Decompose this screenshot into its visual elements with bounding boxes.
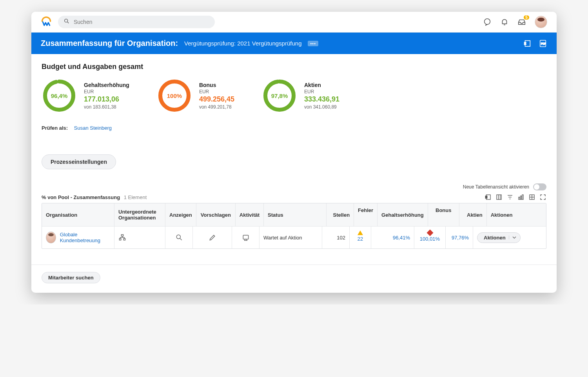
donut-bonus-label: 100% <box>157 78 192 113</box>
budget-card-raise: 96,4% Gehaltserhöhung EUR 177.013,06 von… <box>42 78 129 113</box>
svg-rect-26 <box>122 235 123 236</box>
section-title: Budget und Ausgaben gesamt <box>42 63 546 71</box>
budget-card-stock: 97,8% Aktien EUR 333.436,91 von 341.060,… <box>262 78 339 113</box>
donut-raise-label: 96,4% <box>42 78 77 113</box>
review-as-user-link[interactable]: Susan Steinberg <box>74 125 112 131</box>
export-table-excel-icon[interactable] <box>485 194 492 201</box>
page-title: Zusammenfassung für Organisation: <box>41 39 178 48</box>
table-row: Globale Kundenbetreuung Wartet auf Aktio… <box>42 226 546 248</box>
th-suggest[interactable]: Vorschlagen <box>196 203 236 226</box>
svg-point-29 <box>176 235 180 239</box>
th-suborgs[interactable]: Untergeordnete Organisationen <box>114 203 165 226</box>
fullscreen-icon[interactable] <box>539 194 546 201</box>
svg-point-2 <box>485 19 490 25</box>
th-view[interactable]: Anzeigen <box>165 203 196 226</box>
budget-stock-amount: 333.436,91 <box>304 95 339 103</box>
review-as-label: Prüfen als: <box>42 125 68 131</box>
th-positions[interactable]: Stellen <box>327 203 354 226</box>
error-diamond-icon <box>426 230 433 236</box>
org-avatar <box>46 232 56 243</box>
budget-raise-title: Gehaltserhöhung <box>84 82 129 88</box>
svg-rect-22 <box>522 195 523 199</box>
svg-rect-27 <box>120 239 121 240</box>
filter-icon[interactable] <box>506 194 514 201</box>
export-pdf-icon[interactable]: PDF <box>539 39 547 48</box>
search-input[interactable] <box>74 19 209 25</box>
grid-view-icon[interactable] <box>528 194 535 201</box>
svg-rect-20 <box>519 197 520 199</box>
svg-text:X: X <box>524 42 526 44</box>
inbox-icon[interactable]: 5 <box>517 18 526 26</box>
table-view-toggle[interactable] <box>533 183 546 190</box>
donut-raise: 96,4% <box>42 78 77 113</box>
topbar-icons: 5 <box>483 16 547 28</box>
budget-stock-currency: EUR <box>304 89 339 94</box>
topbar: 5 <box>31 12 557 33</box>
chat-icon[interactable] <box>483 18 492 26</box>
table-toolbar <box>485 194 546 201</box>
search-employees-button[interactable]: Mitarbeiter suchen <box>42 272 100 283</box>
table-count: 1 Element <box>124 194 147 200</box>
th-stock[interactable]: Aktien <box>459 203 487 226</box>
activity-icon[interactable] <box>232 227 260 248</box>
row-actions-button[interactable]: Aktionen <box>477 232 521 243</box>
th-errors[interactable]: Fehler <box>354 203 377 226</box>
org-link[interactable]: Globale Kundenbetreuung <box>60 232 110 243</box>
budget-card-bonus: 100% Bonus EUR 499.256,45 von 499.201,78 <box>157 78 234 113</box>
budget-bonus-title: Bonus <box>199 82 234 88</box>
search-icon <box>64 18 70 26</box>
svg-line-30 <box>180 239 181 240</box>
related-actions-icon[interactable]: ••• <box>308 41 318 46</box>
budget-raise-currency: EUR <box>84 89 129 94</box>
svg-rect-21 <box>521 196 522 199</box>
errors-count[interactable]: 22 <box>358 236 363 242</box>
table-meta: % von Pool - Zusammenfassung 1 Element <box>31 192 557 203</box>
row-actions-label: Aktionen <box>484 235 506 241</box>
page-subtitle: Vergütungsprüfung: 2021 Vergütungsprüfun… <box>184 40 301 47</box>
th-bonus[interactable]: Bonus <box>428 203 459 226</box>
search-box[interactable] <box>58 16 215 28</box>
stock-cell[interactable]: 97,76% <box>446 227 473 248</box>
user-avatar[interactable] <box>535 16 547 28</box>
budget-raise-of: von 183.601,38 <box>84 104 129 110</box>
table-view-toggle-row: Neue Tabellenansicht aktivieren <box>31 183 557 190</box>
errors-cell[interactable]: 22 <box>350 227 371 248</box>
bell-icon[interactable] <box>500 18 509 26</box>
table-caption: % von Pool - Zusammenfassung <box>42 194 120 200</box>
suggest-edit-icon[interactable] <box>193 227 232 248</box>
page-banner: Zusammenfassung für Organisation: Vergüt… <box>31 33 557 54</box>
budget-summary-row: 96,4% Gehaltserhöhung EUR 177.013,06 von… <box>42 78 546 113</box>
raise-cell[interactable]: 96,41% <box>371 227 414 248</box>
chart-icon[interactable] <box>517 194 524 201</box>
footer: Mitarbeiter suchen <box>31 265 557 293</box>
svg-rect-14 <box>497 195 501 199</box>
workday-logo-icon[interactable] <box>41 16 52 27</box>
inbox-badge: 5 <box>524 15 529 20</box>
view-icon[interactable] <box>165 227 193 248</box>
svg-point-0 <box>65 19 68 22</box>
th-status[interactable]: Status <box>264 203 327 226</box>
bonus-value[interactable]: 100,01% <box>420 236 440 242</box>
svg-text:PDF: PDF <box>541 42 546 45</box>
process-settings-button[interactable]: Prozesseinstellungen <box>42 154 116 169</box>
th-raise[interactable]: Gehaltserhöhung <box>377 203 428 226</box>
app-window: 5 Zusammenfassung für Organisation: Verg… <box>31 12 557 293</box>
th-organisation[interactable]: Organisation <box>42 203 114 226</box>
summary-table: Organisation Untergeordnete Organisation… <box>42 203 546 249</box>
svg-rect-31 <box>243 235 248 239</box>
th-actions[interactable]: Aktionen <box>487 203 546 226</box>
th-activity[interactable]: Aktivität <box>236 203 264 226</box>
export-excel-icon[interactable]: X <box>523 39 532 48</box>
budget-bonus-of: von 499.201,78 <box>199 104 234 110</box>
budget-bonus-amount: 499.256,45 <box>199 95 234 103</box>
table-view-toggle-label: Neue Tabellenansicht aktivieren <box>463 184 529 190</box>
suborgs-icon[interactable] <box>114 227 165 248</box>
status-cell: Wartet auf Aktion <box>260 227 322 248</box>
table-columns-icon[interactable] <box>495 194 503 201</box>
donut-stock-label: 97,8% <box>262 78 297 113</box>
svg-line-1 <box>67 22 69 23</box>
donut-bonus: 100% <box>157 78 192 113</box>
donut-stock: 97,8% <box>262 78 297 113</box>
bonus-cell[interactable]: 100,01% <box>414 227 446 248</box>
table-header-row: Organisation Untergeordnete Organisation… <box>42 203 546 226</box>
